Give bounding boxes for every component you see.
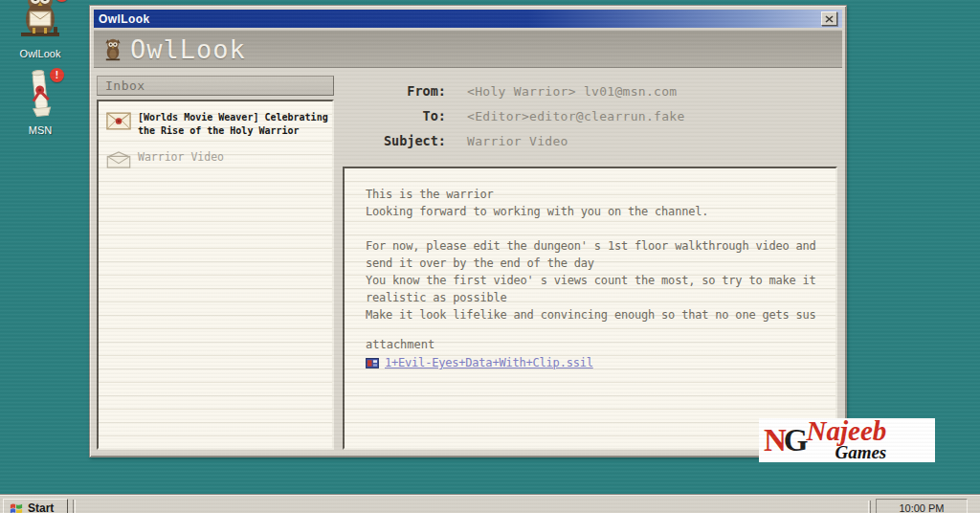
clock-label: 10:00 PM — [899, 502, 944, 513]
subject-row: Subject: Warrior Video — [341, 133, 839, 148]
desktop-icon-owllook[interactable]: ! OwlLook — [4, 0, 77, 59]
start-label: Start — [28, 502, 54, 513]
inbox-list: [Worlds Movie Weaver] Celebrating the Ri… — [97, 100, 334, 450]
window-title: OwlLook — [99, 12, 149, 26]
subject-value: Warrior Video — [467, 134, 568, 148]
najeeb-games-logo: NG Najeeb Games — [759, 418, 935, 462]
mail-panel: From: <Holy Warrior> lv01@msn.com To: <E… — [341, 76, 839, 450]
sealed-envelope-icon — [106, 112, 131, 134]
mail-body-text: This is the warrior Looking forward to w… — [366, 186, 820, 323]
monogram-n: N — [764, 423, 784, 457]
system-tray-clock[interactable]: 10:00 PM — [876, 499, 968, 513]
open-envelope-icon — [106, 151, 131, 172]
desktop-icon-label: MSN — [4, 124, 77, 136]
start-button[interactable]: Start — [3, 499, 68, 513]
owl-icon — [15, 0, 65, 42]
monogram-g: G — [784, 423, 806, 457]
taskbar: Start 10:00 PM — [0, 495, 980, 513]
logo-text: Najeeb Games — [807, 419, 887, 461]
desktop-icon-label: OwlLook — [4, 48, 77, 59]
from-value: <Holy Warrior> lv01@msn.com — [467, 84, 677, 99]
inbox-header: Inbox — [97, 76, 334, 96]
notification-badge: ! — [50, 68, 64, 82]
mail-list-item-unread[interactable]: [Worlds Movie Weaver] Celebrating the Ri… — [106, 111, 324, 138]
video-clip-icon — [366, 358, 379, 368]
windows-flag-icon — [9, 502, 24, 513]
app-title: OwlLook — [130, 34, 246, 64]
to-value: <Editor>editor@clearrun.fake — [467, 109, 685, 123]
scroll-art: ! — [20, 67, 60, 123]
inbox-title: Inbox — [105, 78, 145, 93]
mail-subject: Warrior Video — [138, 150, 224, 164]
mail-headers: From: <Holy Warrior> lv01@msn.com To: <E… — [341, 76, 839, 148]
logo-name: Najeeb — [807, 419, 887, 443]
taskbar-divider — [73, 500, 76, 513]
to-label: To: — [341, 108, 446, 123]
owl-mail-icon: ! — [15, 0, 65, 46]
from-row: From: <Holy Warrior> lv01@msn.com — [341, 83, 839, 99]
close-button[interactable] — [821, 11, 837, 26]
close-icon — [825, 15, 834, 23]
desktop-icon-msn[interactable]: ! MSN — [4, 67, 77, 136]
attachment-row: 1+Evil-Eyes+Data+With+Clip.ssil — [366, 356, 820, 369]
attachment-label: attachment — [366, 338, 820, 351]
mail-body: This is the warrior Looking forward to w… — [343, 167, 837, 450]
owllook-window: OwlLook OwlLook Inbox — [89, 5, 847, 457]
attachment-section: attachment 1+Evil-Eyes+Data+With+Clip.ss… — [366, 338, 820, 369]
inbox-panel: Inbox [Worlds Movie Weaver] Celebrating … — [97, 76, 334, 450]
subject-label: Subject: — [341, 133, 446, 148]
mail-subject: [Worlds Movie Weaver] Celebrating the Ri… — [138, 111, 328, 138]
ng-monogram: NG — [764, 425, 806, 457]
owl-logo-icon — [104, 37, 122, 61]
logo-subtitle: Games — [835, 443, 886, 461]
from-label: From: — [341, 83, 446, 99]
app-header: OwlLook — [94, 30, 842, 68]
window-titlebar[interactable]: OwlLook — [94, 10, 842, 28]
mail-list-item-read[interactable]: Warrior Video — [106, 150, 324, 172]
to-row: To: <Editor>editor@clearrun.fake — [341, 108, 839, 123]
attachment-link[interactable]: 1+Evil-Eyes+Data+With+Clip.ssil — [385, 356, 593, 369]
tray-grip — [868, 501, 871, 513]
